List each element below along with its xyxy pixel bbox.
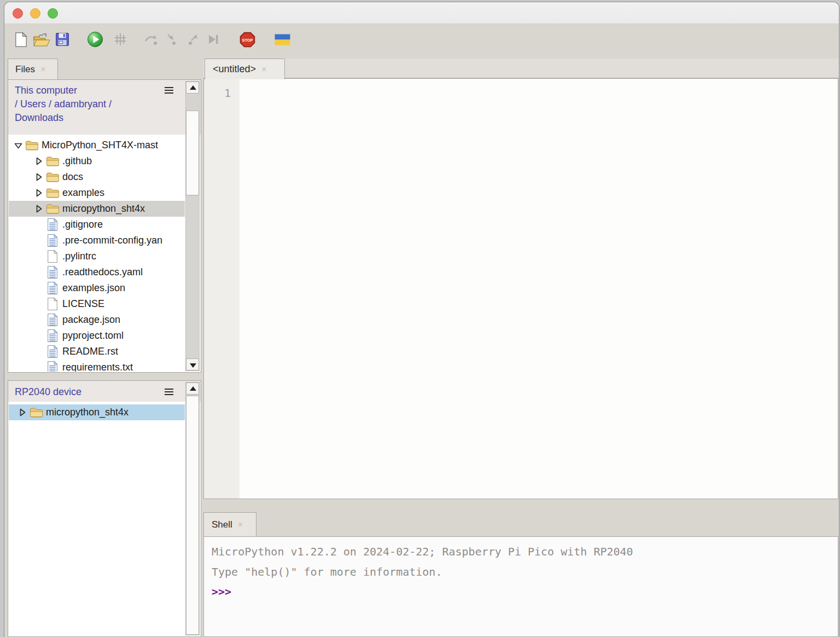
expand-triangle-icon[interactable] bbox=[12, 142, 24, 149]
tab-untitled-label: <untitled> bbox=[213, 63, 256, 75]
tree-row[interactable]: LICENSE bbox=[9, 296, 185, 312]
tab-close-icon[interactable]: × bbox=[40, 65, 45, 74]
svg-text:STOP: STOP bbox=[242, 37, 253, 42]
tab-close-icon[interactable]: × bbox=[238, 520, 243, 529]
tree-item-label: .pre-commit-config.yan bbox=[62, 235, 162, 246]
panel-menu-button[interactable] bbox=[165, 87, 173, 94]
tree-row[interactable]: .pre-commit-config.yan bbox=[9, 233, 185, 248]
device-scrollbar[interactable] bbox=[185, 382, 200, 635]
run-button[interactable] bbox=[86, 32, 104, 49]
tree-item-label: examples bbox=[62, 187, 104, 199]
editor-tab-strip bbox=[203, 59, 839, 78]
device-panel: RP2040 device micropython_sht4x bbox=[8, 380, 201, 637]
title-bar[interactable] bbox=[4, 2, 839, 24]
step-out-button bbox=[184, 32, 201, 49]
tree-row[interactable]: .gitignore bbox=[9, 217, 185, 233]
file-plain-icon bbox=[45, 297, 60, 311]
tree-row[interactable]: examples.json bbox=[9, 280, 185, 296]
zoom-window-button[interactable] bbox=[48, 8, 58, 19]
tree-item-label: LICENSE bbox=[62, 298, 104, 310]
device-tree: micropython_sht4x bbox=[9, 402, 185, 636]
horizontal-sash[interactable] bbox=[203, 499, 839, 512]
tree-row[interactable]: examples bbox=[9, 185, 185, 201]
tree-row[interactable]: docs bbox=[9, 169, 185, 185]
tree-row[interactable]: micropython_sht4x bbox=[9, 201, 185, 217]
expand-triangle-icon[interactable] bbox=[16, 408, 28, 416]
new-file-icon bbox=[14, 32, 28, 50]
debug-bug-icon bbox=[113, 32, 128, 49]
tab-close-icon[interactable]: × bbox=[261, 65, 266, 74]
files-scrollbar[interactable] bbox=[185, 81, 200, 371]
app-window: STOP Files × This computer / Users / ada… bbox=[4, 2, 839, 637]
scroll-thumb[interactable] bbox=[186, 111, 199, 195]
files-panel: This computer / Users / adambryant / Dow… bbox=[8, 79, 201, 373]
breadcrumb[interactable]: / Users / adambryant / Downloads bbox=[15, 97, 145, 125]
tree-item-label: requirements.txt bbox=[62, 362, 133, 372]
tree-item-label: micropython_sht4x bbox=[46, 407, 129, 418]
tree-row[interactable]: package.json bbox=[9, 312, 185, 328]
scroll-down-button[interactable] bbox=[186, 358, 199, 370]
tree-row[interactable]: requirements.txt bbox=[9, 360, 185, 372]
expand-triangle-icon[interactable] bbox=[33, 189, 45, 197]
tab-untitled[interactable]: <untitled> × bbox=[205, 59, 285, 79]
new-file-button[interactable] bbox=[12, 32, 30, 49]
tab-files[interactable]: Files × bbox=[8, 59, 58, 79]
step-out-icon bbox=[185, 33, 200, 48]
resume-icon bbox=[207, 33, 220, 48]
editor-text-area[interactable] bbox=[240, 79, 838, 499]
tree-item-label: .readthedocs.yaml bbox=[62, 267, 143, 278]
folder-icon bbox=[45, 172, 60, 183]
tree-item-label: .pylintrc bbox=[62, 251, 96, 262]
tab-shell-label: Shell bbox=[212, 519, 232, 530]
tree-item-label: README.rst bbox=[62, 346, 118, 357]
debug-button bbox=[112, 32, 129, 49]
save-icon bbox=[55, 32, 69, 49]
tree-row[interactable]: .github bbox=[9, 153, 185, 169]
expand-triangle-icon[interactable] bbox=[33, 173, 45, 181]
stop-button[interactable]: STOP bbox=[238, 32, 256, 49]
ukraine-flag-button[interactable] bbox=[273, 32, 291, 49]
ukraine-flag-icon bbox=[275, 34, 290, 48]
files-panel-header: This computer / Users / adambryant / Dow… bbox=[8, 80, 201, 135]
stop-icon: STOP bbox=[240, 32, 255, 50]
tab-shell[interactable]: Shell × bbox=[203, 512, 256, 536]
file-lined-icon bbox=[45, 361, 60, 372]
editor-area[interactable]: 1 bbox=[203, 78, 838, 499]
shell-area[interactable]: MicroPython v1.22.2 on 2024-02-22; Raspb… bbox=[203, 536, 838, 637]
tree-row[interactable]: MicroPython_SHT4X-mast bbox=[9, 137, 185, 153]
file-lined-icon bbox=[45, 329, 60, 343]
step-into-icon bbox=[165, 33, 179, 48]
scroll-up-button[interactable] bbox=[186, 383, 199, 395]
file-lined-icon bbox=[45, 265, 60, 279]
save-button[interactable] bbox=[54, 32, 71, 49]
tree-row[interactable]: micropython_sht4x bbox=[9, 404, 185, 420]
tab-files-label: Files bbox=[15, 64, 35, 75]
tree-item-label: micropython_sht4x bbox=[62, 203, 145, 215]
tree-row[interactable]: pyproject.toml bbox=[9, 328, 185, 344]
minimize-window-button[interactable] bbox=[30, 8, 40, 19]
shell-output-line: MicroPython v1.22.2 on 2024-02-22; Raspb… bbox=[212, 542, 838, 562]
shell-prompt[interactable]: >>> bbox=[212, 582, 838, 601]
file-lined-icon bbox=[45, 218, 60, 231]
tree-item-label: docs bbox=[62, 171, 83, 183]
open-folder-icon bbox=[33, 32, 50, 49]
vertical-sash[interactable] bbox=[201, 59, 203, 637]
tree-row[interactable]: .readthedocs.yaml bbox=[9, 264, 185, 280]
line-number: 1 bbox=[224, 86, 231, 100]
expand-triangle-icon[interactable] bbox=[33, 205, 45, 213]
close-window-button[interactable] bbox=[13, 8, 23, 19]
scroll-up-button[interactable] bbox=[186, 82, 199, 94]
expand-triangle-icon[interactable] bbox=[33, 157, 45, 165]
file-lined-icon bbox=[45, 313, 60, 327]
file-lined-icon bbox=[45, 281, 60, 295]
step-over-button bbox=[142, 32, 160, 49]
files-tree: MicroPython_SHT4X-mast.githubdocsexample… bbox=[9, 135, 185, 372]
tree-row[interactable]: .pylintrc bbox=[9, 248, 185, 264]
shell-output-line: Type "help()" for more information. bbox=[212, 562, 838, 582]
open-file-button[interactable] bbox=[33, 32, 50, 49]
scroll-thumb[interactable] bbox=[186, 396, 199, 635]
resume-button bbox=[205, 32, 222, 49]
folder-icon bbox=[45, 204, 60, 215]
panel-menu-button[interactable] bbox=[165, 389, 173, 395]
tree-row[interactable]: README.rst bbox=[9, 344, 185, 360]
